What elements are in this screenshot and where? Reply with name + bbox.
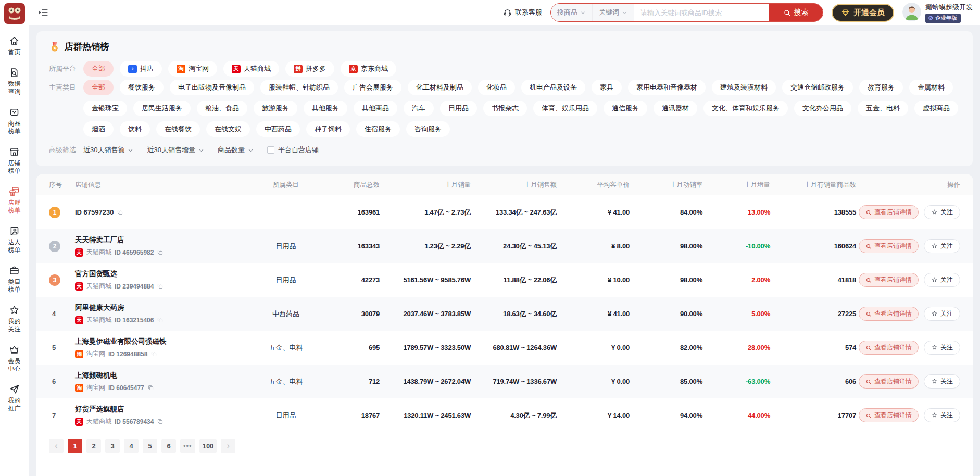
category-pill[interactable]: 文化办公用品 — [794, 101, 851, 116]
category-pill[interactable]: 化工材料及制品 — [408, 80, 472, 95]
open-vip-button[interactable]: 开通会员 — [832, 4, 894, 22]
category-pill[interactable]: 粮油、食品 — [197, 101, 247, 116]
category-pill[interactable]: 烟酒 — [83, 121, 114, 137]
category-pill[interactable]: 其他服务 — [304, 101, 347, 116]
follow-button[interactable]: 关注 — [924, 273, 960, 287]
sidebar-item-talent-rank[interactable]: 达人榜单 — [7, 226, 22, 254]
category-pill[interactable]: 在线文娱 — [206, 121, 250, 137]
sidebar-item-shop-rank[interactable]: 店铺榜单 — [7, 146, 22, 175]
category-pill[interactable]: 在线餐饮 — [156, 121, 200, 137]
category-pill[interactable]: 饮料 — [120, 121, 150, 137]
category-pill[interactable]: 金银珠宝 — [83, 101, 127, 116]
sidebar-item-my-promotion[interactable]: 我的推广 — [7, 384, 22, 412]
category-pill[interactable]: 建筑及装潢材料 — [712, 80, 776, 95]
category-pill[interactable]: 服装鞋帽、针纺织品 — [260, 80, 338, 95]
category-pill[interactable]: 电子出版物及音像制品 — [170, 80, 254, 95]
category-pill[interactable]: 金属材料 — [909, 80, 953, 95]
follow-button[interactable]: 关注 — [924, 205, 960, 219]
platform-pill[interactable]: 全部 — [83, 61, 114, 77]
category-pill[interactable]: 教育服务 — [859, 80, 903, 95]
follow-button[interactable]: 关注 — [924, 374, 960, 389]
prev-page-button[interactable]: ‹ — [49, 439, 64, 453]
category-pill[interactable]: 体育、娱乐用品 — [533, 101, 597, 116]
follow-button[interactable]: 关注 — [924, 341, 960, 355]
platform-pill[interactable]: ♪抖店 — [120, 61, 162, 77]
view-shop-detail-button[interactable]: 查看店铺详情 — [859, 408, 919, 422]
follow-button[interactable]: 关注 — [924, 307, 960, 321]
category-pill[interactable]: 广告会展服务 — [344, 80, 401, 95]
sidebar-item-shop-group-rank[interactable]: 店群榜单 — [7, 186, 22, 215]
page-button-6[interactable]: 6 — [161, 439, 176, 453]
page-ellipsis[interactable]: ••• — [180, 439, 195, 453]
shop-name-link[interactable]: 好货严选旗舰店 — [75, 405, 247, 414]
collapse-sidebar-button[interactable] — [37, 7, 49, 18]
category-pill[interactable]: 交通仓储邮政服务 — [782, 80, 853, 95]
category-pill[interactable]: 化妆品 — [478, 80, 515, 95]
category-pill[interactable]: 种子饲料 — [306, 121, 350, 137]
shop-name-link[interactable]: 上海曼伊磁业有限公司强磁铁 — [75, 337, 247, 346]
follow-button[interactable]: 关注 — [924, 408, 960, 422]
search-field-dropdown[interactable]: 关键词 — [593, 4, 634, 21]
follow-button[interactable]: 关注 — [924, 239, 960, 253]
platform-pill[interactable]: 天天猫商城 — [223, 61, 279, 77]
sidebar-item-member-center[interactable]: 会员中心 — [7, 344, 22, 373]
category-pill[interactable]: 书报杂志 — [483, 101, 527, 116]
shop-name-link[interactable]: 官方国货甄选 — [75, 269, 247, 279]
page-button-2[interactable]: 2 — [86, 439, 101, 453]
shop-name-link[interactable]: 阿里健康大药房 — [75, 303, 247, 312]
sidebar-item-my-follow[interactable]: 我的关注 — [7, 305, 22, 333]
view-shop-detail-button[interactable]: 查看店铺详情 — [859, 273, 919, 287]
category-pill[interactable]: 全部 — [83, 80, 114, 95]
category-pill[interactable]: 家具 — [592, 80, 622, 95]
page-button-1[interactable]: 1 — [68, 439, 82, 453]
category-pill[interactable]: 餐饮服务 — [120, 80, 164, 95]
shop-name-link[interactable]: 天天特卖工厂店 — [75, 235, 247, 245]
contact-support-button[interactable]: 联系客服 — [503, 8, 542, 17]
category-pill[interactable]: 虚拟商品 — [914, 101, 958, 116]
category-pill[interactable]: 文化、体育和娱乐服务 — [703, 101, 788, 116]
category-pill[interactable]: 汽车 — [404, 101, 434, 116]
search-input[interactable] — [634, 4, 769, 21]
search-button[interactable]: 搜索 — [769, 4, 823, 21]
category-pill[interactable]: 日用品 — [440, 101, 477, 116]
view-shop-detail-button[interactable]: 查看店铺详情 — [859, 374, 919, 389]
page-button-3[interactable]: 3 — [105, 439, 120, 453]
sort-dropdown[interactable]: 近30天销售增量 — [147, 145, 204, 155]
view-shop-detail-button[interactable]: 查看店铺详情 — [859, 307, 919, 321]
sort-dropdown[interactable]: 商品数量 — [218, 145, 254, 155]
next-page-button[interactable]: › — [221, 439, 235, 453]
category-pill[interactable]: 住宿服务 — [356, 121, 400, 137]
sort-dropdown[interactable]: 近30天销售额 — [83, 145, 133, 155]
sidebar-item-category-rank[interactable]: 类目榜单 — [7, 265, 22, 294]
category-pill[interactable]: 通信服务 — [604, 101, 647, 116]
category-pill[interactable]: 旅游服务 — [254, 101, 297, 116]
platform-pill[interactable]: 淘淘宝网 — [168, 61, 217, 77]
platform-pill[interactable]: 拼拼多多 — [285, 61, 334, 77]
self-operated-checkbox[interactable] — [267, 146, 274, 154]
page-button-4[interactable]: 4 — [124, 439, 139, 453]
category-pill[interactable]: 居民生活服务 — [133, 101, 191, 116]
topbar-right: 联系客服 搜商品 关键词 搜索 — [503, 3, 973, 23]
shop-name-link[interactable]: 上海颢磁机电 — [75, 371, 247, 380]
category-pill-label: 在线文娱 — [215, 124, 242, 134]
category-pill[interactable]: 其他商品 — [354, 101, 397, 116]
search-scope-dropdown[interactable]: 搜商品 — [551, 4, 593, 21]
view-shop-detail-button[interactable]: 查看店铺详情 — [859, 239, 919, 253]
view-shop-detail-button[interactable]: 查看店铺详情 — [859, 205, 919, 219]
sidebar-item-data-query[interactable]: 数据查询 — [7, 67, 22, 96]
category-pill[interactable]: 通讯器材 — [654, 101, 697, 116]
app-logo[interactable] — [4, 3, 25, 24]
page-button-5[interactable]: 5 — [143, 439, 157, 453]
sidebar-item-home[interactable]: 首页 — [7, 35, 22, 56]
user-menu[interactable]: 癞蛤蟆超级开发 企业年版 — [902, 3, 973, 23]
sidebar-item-product-rank[interactable]: 商品榜单 — [7, 107, 22, 135]
category-pill[interactable]: 咨询服务 — [406, 121, 450, 137]
page-button-100[interactable]: 100 — [199, 439, 217, 453]
category-pill[interactable]: 五金、电料 — [858, 101, 908, 116]
category-pill[interactable]: 机电产品及设备 — [521, 80, 585, 95]
view-shop-detail-button[interactable]: 查看店铺详情 — [859, 341, 919, 355]
category-pill[interactable]: 家用电器和音像器材 — [628, 80, 706, 95]
category-pill[interactable]: 中西药品 — [256, 121, 300, 137]
self-operated-filter[interactable]: 平台自营店铺 — [267, 145, 319, 155]
platform-pill[interactable]: 京京东商城 — [341, 61, 396, 77]
